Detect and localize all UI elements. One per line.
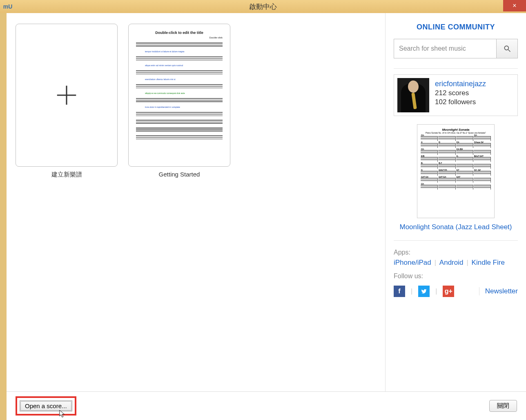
titlebar: mU 啟動中心 ×: [0, 0, 526, 13]
main-row: 建立新樂譜 Double-click to edit the title Dou…: [7, 13, 526, 391]
google-plus-icon[interactable]: g+: [443, 286, 454, 297]
app-icon: mU: [3, 2, 12, 11]
user-name-link[interactable]: ericfontainejazz: [435, 80, 486, 88]
user-followers-count: 102 followers: [435, 98, 486, 106]
getting-started-label: Getting Started: [159, 171, 200, 178]
close-button[interactable]: 關閉: [489, 400, 517, 412]
featured-score: Moonlight Sonata Piano Sonata No. 14 in …: [394, 124, 518, 231]
apps-section: Apps: iPhone/iPad | Android | Kindle Fir…: [394, 249, 518, 267]
footer: Open a score... 關閉: [7, 391, 526, 420]
featured-user-card[interactable]: ericfontainejazz 212 scores 102 follower…: [394, 74, 518, 116]
search-input[interactable]: [394, 39, 496, 58]
getting-started-tile[interactable]: Double-click to edit the title Double-cl…: [128, 24, 230, 167]
tile-create-wrap: 建立新樂譜: [16, 24, 118, 179]
social-row: f | | g+ Newsletter: [394, 286, 518, 297]
apps-label: Apps:: [394, 249, 518, 256]
window-title: 啟動中心: [249, 2, 277, 11]
close-icon: ×: [513, 2, 516, 9]
search-row: [394, 39, 518, 58]
close-window-button[interactable]: ×: [503, 0, 526, 11]
separator: |: [466, 259, 468, 266]
search-button[interactable]: [496, 39, 517, 58]
follow-us-label: Follow us:: [394, 273, 518, 280]
plus-icon: [54, 83, 79, 108]
divider: [394, 68, 518, 69]
open-score-highlight: Open a score...: [16, 396, 76, 416]
tile-getting-started-wrap: Double-click to edit the title Double-cl…: [128, 24, 230, 178]
open-score-button[interactable]: Open a score...: [20, 400, 72, 411]
search-icon: [503, 45, 511, 53]
facebook-icon[interactable]: f: [394, 286, 405, 297]
avatar: [397, 78, 429, 112]
newsletter-link[interactable]: Newsletter: [479, 287, 518, 295]
tiles-area: 建立新樂譜 Double-click to edit the title Dou…: [7, 13, 385, 391]
featured-thumb-title: Moonlight Sonata: [421, 128, 491, 132]
kindle-fire-link[interactable]: Kindle Fire: [472, 259, 505, 267]
svg-point-2: [504, 46, 508, 50]
divider: [394, 240, 518, 241]
separator: |: [435, 288, 437, 295]
create-new-score-label: 建立新樂譜: [51, 171, 82, 179]
iphone-ipad-link[interactable]: iPhone/iPad: [394, 259, 431, 267]
score-preview: Double-click to edit the title Double-cl…: [133, 28, 226, 162]
preview-title: Double-click to edit the title: [136, 31, 223, 35]
online-community-title: ONLINE COMMUNITY: [394, 23, 518, 31]
create-new-score-tile[interactable]: [16, 24, 118, 167]
separator: |: [411, 288, 412, 295]
content-area: 建立新樂譜 Double-click to edit the title Dou…: [7, 13, 526, 420]
user-info: ericfontainejazz 212 scores 102 follower…: [435, 78, 486, 112]
featured-score-link[interactable]: Moonlight Sonata (Jazz Lead Sheet): [399, 223, 512, 231]
sidebar: ONLINE COMMUNITY ericfon: [385, 13, 526, 391]
featured-score-thumbnail[interactable]: Moonlight Sonata Piano Sonata No. 14 in …: [417, 124, 495, 218]
svg-line-3: [508, 50, 510, 52]
user-scores-count: 212 scores: [435, 89, 486, 97]
android-link[interactable]: Android: [439, 259, 464, 267]
preview-subtitle: Double-click: [136, 36, 223, 39]
twitter-icon[interactable]: [418, 286, 430, 297]
apps-links: iPhone/iPad | Android | Kindle Fire: [394, 259, 518, 267]
separator: |: [435, 259, 436, 266]
